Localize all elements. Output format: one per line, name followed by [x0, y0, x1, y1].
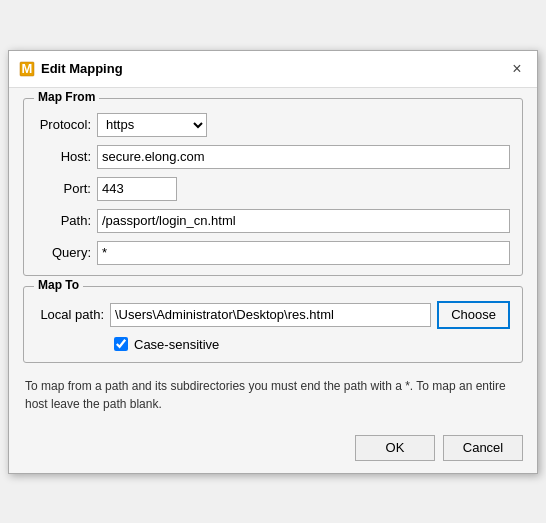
map-to-label: Map To: [34, 278, 83, 292]
edit-mapping-dialog: M Edit Mapping × Map From Protocol: http…: [8, 50, 538, 474]
case-sensitive-label[interactable]: Case-sensitive: [134, 337, 219, 352]
map-from-label: Map From: [34, 90, 99, 104]
path-row: Path:: [36, 209, 510, 233]
local-path-label: Local path:: [36, 307, 104, 322]
choose-button[interactable]: Choose: [437, 301, 510, 329]
path-input[interactable]: [97, 209, 510, 233]
close-button[interactable]: ×: [507, 59, 527, 79]
dialog-body: Map From Protocol: http https Host: Port…: [9, 88, 537, 429]
dialog-icon: M: [19, 61, 35, 77]
ok-button[interactable]: OK: [355, 435, 435, 461]
host-row: Host:: [36, 145, 510, 169]
query-row: Query:: [36, 241, 510, 265]
dialog-title: Edit Mapping: [41, 61, 123, 76]
map-to-group: Map To Local path: Choose Case-sensitive: [23, 286, 523, 363]
query-input[interactable]: [97, 241, 510, 265]
case-sensitive-row: Case-sensitive: [114, 337, 510, 352]
port-input[interactable]: [97, 177, 177, 201]
map-from-group: Map From Protocol: http https Host: Port…: [23, 98, 523, 276]
title-bar: M Edit Mapping ×: [9, 51, 537, 88]
protocol-select[interactable]: http https: [97, 113, 207, 137]
query-label: Query:: [36, 245, 91, 260]
host-label: Host:: [36, 149, 91, 164]
port-row: Port:: [36, 177, 510, 201]
title-bar-left: M Edit Mapping: [19, 61, 123, 77]
path-label: Path:: [36, 213, 91, 228]
local-path-row: Local path: Choose: [36, 301, 510, 329]
cancel-button[interactable]: Cancel: [443, 435, 523, 461]
case-sensitive-checkbox[interactable]: [114, 337, 128, 351]
local-path-input[interactable]: [110, 303, 431, 327]
svg-text:M: M: [22, 61, 33, 76]
port-label: Port:: [36, 181, 91, 196]
host-input[interactable]: [97, 145, 510, 169]
help-text: To map from a path and its subdirectorie…: [23, 373, 523, 417]
dialog-footer: OK Cancel: [9, 429, 537, 473]
protocol-label: Protocol:: [36, 117, 91, 132]
protocol-row: Protocol: http https: [36, 113, 510, 137]
